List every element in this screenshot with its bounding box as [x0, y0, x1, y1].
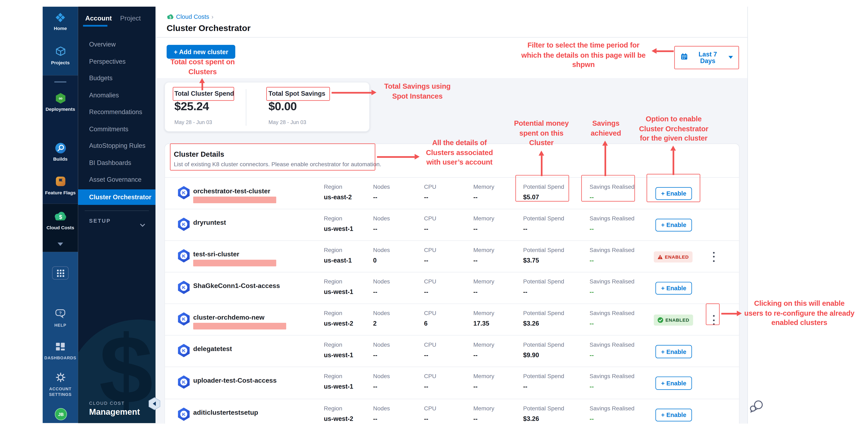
cluster-name[interactable]: test-sri-cluster: [193, 250, 239, 258]
cluster-name[interactable]: orchestrator-test-cluster: [193, 187, 270, 195]
sidebar-item-label: Builds: [42, 156, 78, 162]
column-label: Potential Spend: [523, 278, 564, 284]
time-period-filter[interactable]: Last 7 Days: [678, 49, 736, 66]
nav-item-budgets[interactable]: Budgets: [78, 70, 156, 86]
sidebar-item-dashboards[interactable]: DASHBOARDS: [42, 342, 78, 361]
table-row: K dryruntest Regionus-west-1 Nodes-- CPU…: [165, 208, 739, 240]
column-label: CPU: [424, 309, 436, 316]
cluster-name[interactable]: cluster-orchdemo-new: [193, 313, 265, 321]
cluster-details-card: Cluster Details List of existing K8 clus…: [164, 143, 740, 423]
memory-value: --: [473, 257, 494, 264]
enable-button[interactable]: + Enable: [655, 187, 692, 200]
cluster-name[interactable]: ShaGkeConn1-Cost-access: [193, 282, 280, 289]
nav-item-bi-dashboards[interactable]: BI Dashboards: [78, 155, 156, 170]
sidebar-item-cloud-costs[interactable]: $ Cloud Costs: [42, 211, 78, 231]
calendar-icon: [681, 53, 688, 61]
page-body: Total Cluster Spend $25.24 May 28 - Jun …: [156, 78, 747, 423]
total-cluster-spend-label: Total Cluster Spend: [175, 90, 234, 96]
badge-label: ENABLED: [665, 254, 689, 259]
memory-value: --: [473, 383, 494, 390]
total-spot-savings-period: May 28 - Jun 03: [269, 119, 306, 125]
row-menu-kebab-icon[interactable]: [710, 252, 717, 262]
page-title: Cluster Orchestrator: [166, 23, 250, 33]
cluster-name[interactable]: uploader-test-Cost-access: [193, 376, 277, 384]
chevron-down-icon[interactable]: [58, 243, 63, 246]
table-row: K uploader-test-Cost-access Regionus-wes…: [165, 367, 739, 399]
card-divider: [246, 89, 246, 125]
potential-spend-value: $3.26: [523, 415, 564, 422]
row-menu-kebab-icon[interactable]: [710, 315, 717, 325]
column-label: Memory: [473, 373, 494, 379]
cpu-value: --: [424, 415, 436, 422]
enabled-success-badge: ENABLED: [654, 314, 693, 326]
sidebar-item-home[interactable]: ❖ Home: [42, 11, 78, 31]
nav-item-anomalies[interactable]: Anomalies: [78, 87, 156, 103]
nav-item-commitments[interactable]: Commitments: [78, 121, 156, 136]
potential-spend-value: --: [523, 383, 564, 390]
column-label: Region: [324, 246, 352, 253]
sidebar-item-label: Deployments: [42, 106, 78, 112]
cluster-name[interactable]: delegatetest: [193, 345, 232, 353]
nodes-value: --: [373, 415, 390, 422]
sidebar-collapse-button[interactable]: [148, 397, 161, 412]
column-label: Region: [324, 278, 353, 284]
tab-account[interactable]: Account: [85, 14, 112, 22]
module-switcher-button[interactable]: [52, 266, 69, 279]
column-label: Savings Realised: [590, 246, 634, 253]
cluster-name[interactable]: dryruntest: [193, 218, 226, 226]
nav-item-perspectives[interactable]: Perspectives: [78, 53, 156, 69]
kubernetes-cluster-icon: K: [177, 217, 190, 234]
column-label: Memory: [473, 309, 494, 316]
sidebar-item-deployments[interactable]: ∞ Deployments: [42, 92, 78, 112]
column-label: Memory: [473, 405, 494, 411]
column-label: Nodes: [373, 341, 390, 348]
summary-card: Total Cluster Spend $25.24 May 28 - Jun …: [164, 82, 370, 131]
redacted-cluster-id: [193, 196, 276, 203]
enable-button[interactable]: + Enable: [655, 408, 692, 421]
column-label: Nodes: [373, 405, 390, 411]
sidebar-item-help[interactable]: ? HELP: [42, 309, 78, 328]
svg-text:K: K: [182, 253, 186, 258]
table-row: K test-sri-cluster Regionus-east-1 Nodes…: [165, 240, 739, 272]
nav-item-cluster-orchestrator[interactable]: Cluster Orchestrator: [78, 189, 156, 205]
setup-section-toggle[interactable]: SETUP: [89, 218, 111, 224]
sidebar-item-label: Feature Flags: [42, 190, 78, 195]
sidebar-item-projects[interactable]: Projects: [42, 46, 78, 65]
nav-divider: [85, 211, 149, 211]
sidebar-item-builds[interactable]: Builds: [42, 142, 78, 162]
region-value: us-east-1: [324, 257, 352, 264]
gear-icon: [42, 373, 78, 385]
nodes-value: --: [373, 225, 390, 232]
enable-button[interactable]: + Enable: [655, 376, 692, 390]
column-label: Potential Spend: [523, 215, 564, 221]
column-label: Region: [324, 183, 352, 190]
column-label: CPU: [424, 215, 436, 221]
cluster-name[interactable]: aditiclustertestsetup: [193, 408, 258, 416]
enable-button[interactable]: + Enable: [655, 282, 692, 295]
enable-button[interactable]: + Enable: [655, 345, 692, 358]
column-label: Memory: [473, 278, 494, 284]
enable-button[interactable]: + Enable: [655, 218, 692, 232]
breadcrumb-cloud-costs-link[interactable]: Cloud Costs: [176, 13, 209, 20]
nodes-value: --: [373, 288, 390, 295]
tab-project[interactable]: Project: [120, 14, 141, 22]
sidebar-item-account-settings[interactable]: ACCOUNT SETTINGS: [42, 373, 78, 397]
header-divider: [156, 37, 747, 38]
dashboards-grid-icon: [42, 342, 78, 354]
column-label: Nodes: [373, 309, 390, 316]
nav-item-autostopping-rules[interactable]: AutoStopping Rules: [78, 138, 156, 153]
nav-item-asset-governance[interactable]: Asset Governance: [78, 172, 156, 187]
chevron-down-icon[interactable]: [140, 219, 145, 229]
user-avatar[interactable]: JB: [55, 408, 67, 420]
nav-item-overview[interactable]: Overview: [78, 37, 156, 52]
nav-item-recommendations[interactable]: Recommendations: [78, 104, 156, 120]
kubernetes-cluster-icon: K: [177, 185, 190, 202]
add-new-cluster-button[interactable]: + Add new cluster: [166, 45, 236, 59]
support-chat-icon[interactable]: [750, 400, 764, 415]
potential-spend-value: --: [523, 288, 564, 295]
column-label: Memory: [473, 246, 494, 253]
sidebar-item-feature-flags[interactable]: Feature Flags: [42, 176, 78, 195]
svg-text:$: $: [59, 214, 62, 220]
table-row: K cluster-orchdemo-new Regionus-west-2 N…: [165, 304, 739, 336]
column-label: Region: [324, 341, 353, 348]
